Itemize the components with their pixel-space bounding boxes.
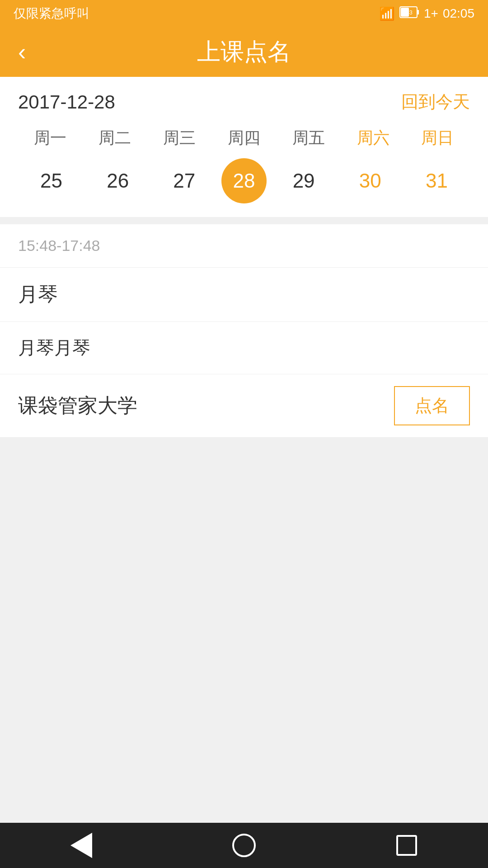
status-icons: 📶 33 1+ 02:05 (379, 6, 474, 21)
course-name: 月琴 (18, 283, 58, 305)
course-sub-name: 月琴月琴 (18, 338, 90, 358)
course-time: 15:48-17:48 (18, 237, 100, 254)
date-30[interactable]: 30 (341, 158, 399, 203)
dates-row: 25 26 27 28 29 30 31 (18, 158, 470, 217)
course-sub-row: 月琴月琴 (0, 322, 488, 374)
course-name-row: 月琴 (0, 268, 488, 322)
weekday-mon: 周一 (21, 127, 80, 149)
institution-name: 课袋管家大学 (18, 392, 137, 419)
empty-area (0, 438, 488, 868)
battery-icon: 33 (399, 6, 419, 21)
status-bar: 仅限紧急呼叫 📶 33 1+ 02:05 (0, 0, 488, 27)
svg-text:33: 33 (406, 9, 413, 16)
back-triangle-icon (70, 833, 92, 858)
course-time-row: 15:48-17:48 (0, 224, 488, 268)
time-display: 02:05 (443, 6, 474, 21)
page-title: 上课点名 (197, 36, 291, 68)
course-section: 15:48-17:48 月琴 月琴月琴 课袋管家大学 点名 (0, 224, 488, 438)
home-nav-button[interactable] (221, 832, 267, 859)
back-nav-button[interactable] (59, 832, 104, 859)
current-date-label: 2017-12-28 (18, 91, 115, 113)
weekday-fri: 周五 (279, 127, 338, 149)
course-institution-row: 课袋管家大学 点名 (0, 374, 488, 438)
date-25[interactable]: 25 (22, 158, 81, 203)
date-31[interactable]: 31 (407, 158, 466, 203)
weekday-sat: 周六 (344, 127, 403, 149)
back-button[interactable]: ‹ (18, 40, 26, 64)
recent-nav-button[interactable] (384, 832, 429, 859)
network-icon: 1+ (424, 6, 438, 21)
calendar-section: 2017-12-28 回到今天 周一 周二 周三 周四 周五 周六 周日 25 … (0, 77, 488, 217)
date-29[interactable]: 29 (274, 158, 333, 203)
weekday-wed: 周三 (150, 127, 209, 149)
back-today-button[interactable]: 回到今天 (401, 90, 470, 113)
bottom-navigation (0, 823, 488, 868)
weekdays-row: 周一 周二 周三 周四 周五 周六 周日 (18, 127, 470, 149)
section-divider (0, 217, 488, 224)
weekday-thu: 周四 (215, 127, 273, 149)
weekday-tue: 周二 (85, 127, 144, 149)
emergency-text: 仅限紧急呼叫 (14, 5, 89, 22)
svg-rect-2 (417, 10, 419, 14)
date-28[interactable]: 28 (221, 158, 267, 203)
date-27[interactable]: 27 (155, 158, 214, 203)
home-circle-icon (232, 834, 256, 857)
wifi-icon: 📶 (379, 6, 395, 21)
date-26[interactable]: 26 (89, 158, 147, 203)
date-header-row: 2017-12-28 回到今天 (18, 90, 470, 113)
weekday-sun: 周日 (408, 127, 467, 149)
app-header: ‹ 上课点名 (0, 27, 488, 77)
recent-square-icon (396, 835, 417, 856)
roll-call-button[interactable]: 点名 (394, 386, 470, 425)
